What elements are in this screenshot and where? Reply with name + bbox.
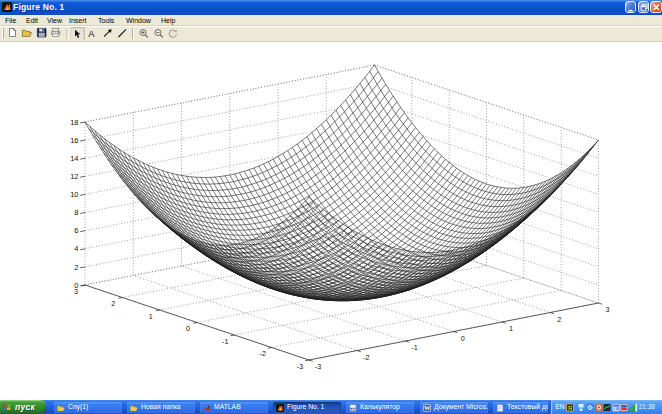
svg-text:3: 3 [74,287,78,296]
svg-text:-3: -3 [315,362,321,371]
svg-text:1: 1 [509,324,513,333]
svg-text:-2: -2 [363,353,369,362]
svg-text:8: 8 [74,208,78,217]
svg-text:1: 1 [149,312,153,321]
svg-text:W: W [424,404,431,411]
svg-text:-2: -2 [259,349,265,358]
svg-text:10: 10 [70,190,78,199]
svg-text:-3: -3 [297,362,303,371]
svg-text:Я: Я [568,404,572,410]
svg-text:4: 4 [74,244,78,253]
svg-text:12: 12 [70,172,78,181]
svg-text:16: 16 [70,136,78,145]
svg-text:6: 6 [74,226,78,235]
svg-text:18: 18 [70,118,78,127]
svg-text:A: A [88,28,95,39]
svg-text:0: 0 [186,324,190,333]
svg-text:-1: -1 [222,337,228,346]
svg-text:0: 0 [461,334,465,343]
svg-text:2: 2 [557,315,561,324]
svg-text:2: 2 [111,299,115,308]
svg-text:14: 14 [70,154,78,163]
svg-text:-1: -1 [411,343,417,352]
svg-text:2: 2 [74,263,78,272]
svg-text:3: 3 [606,305,610,314]
